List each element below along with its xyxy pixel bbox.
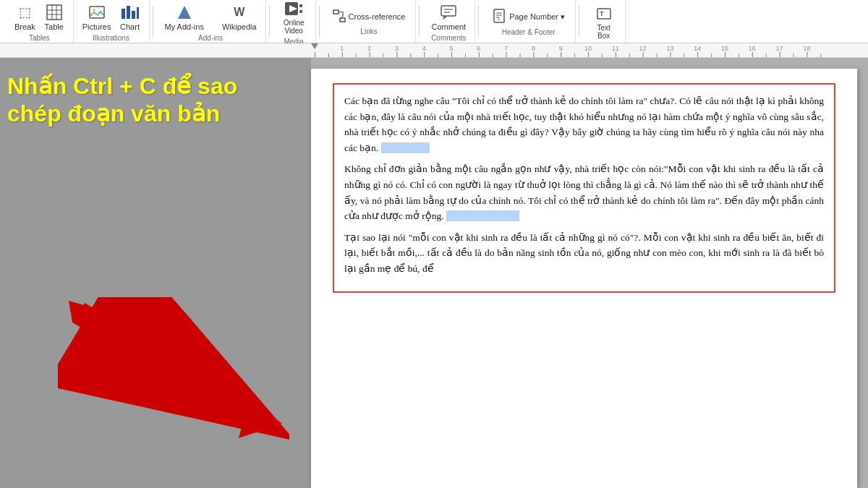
tables-label: Tables xyxy=(29,34,50,42)
svg-point-6 xyxy=(93,9,95,12)
svg-rect-16 xyxy=(333,10,339,14)
svg-rect-8 xyxy=(127,6,130,19)
ruler xyxy=(0,43,868,58)
links-label: Links xyxy=(360,27,377,35)
svg-marker-11 xyxy=(178,6,191,19)
sep6 xyxy=(478,6,479,37)
headerfooter-label: Header & Footer xyxy=(502,28,556,36)
comment-icon xyxy=(438,2,459,22)
pictures-icon xyxy=(87,2,107,22)
document-page[interactable]: Các bạn đã từng nghe câu "Tôi chỉ có thể… xyxy=(311,69,857,488)
selected-text-2 xyxy=(446,210,519,221)
annotation-text: Nhấn Ctrl + C để sao chép đoạn văn bản xyxy=(7,72,237,128)
svg-rect-15 xyxy=(299,10,302,13)
sep7 xyxy=(579,6,579,37)
pagenumber-icon: # xyxy=(492,9,506,25)
sep3 xyxy=(269,6,270,37)
paragraph-1: Các bạn đã từng nghe câu "Tôi chỉ có thể… xyxy=(344,93,824,155)
ribbon-group-addins: My Add-ins W Wikipedia Add-ins xyxy=(156,0,266,43)
svg-rect-7 xyxy=(122,9,125,19)
selected-text-1 xyxy=(381,142,430,153)
ribbon-group-links: Cross-reference Links xyxy=(323,0,417,43)
onlinevideo-icon xyxy=(284,0,304,19)
wikipedia-icon: W xyxy=(229,2,250,22)
ribbon-group-comments: Comment Comments xyxy=(422,0,475,43)
myadd-icon xyxy=(174,2,195,22)
svg-rect-0 xyxy=(47,5,61,20)
pagenumber-button[interactable]: # Page Number ▾ xyxy=(488,7,569,27)
comment-button[interactable]: Comment xyxy=(428,1,469,33)
red-arrow xyxy=(58,297,289,445)
svg-marker-31 xyxy=(69,301,268,427)
svg-text:T: T xyxy=(600,10,604,17)
svg-rect-5 xyxy=(90,7,104,18)
ribbon-group-tables: ⬚ Break Table Tables xyxy=(6,0,74,43)
paragraph-3: Tại sao lại nói "mỗi con vật khi sinh ra… xyxy=(344,230,824,277)
svg-rect-14 xyxy=(299,4,302,7)
svg-rect-18 xyxy=(441,6,456,16)
break-icon: ⬚ xyxy=(14,2,35,22)
crossref-button[interactable]: Cross-reference xyxy=(328,7,410,26)
comments-label: Comments xyxy=(431,34,466,42)
svg-rect-10 xyxy=(137,7,139,19)
chart-icon xyxy=(120,2,140,22)
table-button[interactable]: Table xyxy=(41,1,67,33)
textbox-button[interactable]: T TextBox xyxy=(591,2,617,41)
addins-label: Add-ins xyxy=(198,34,223,42)
textbox-icon: T xyxy=(594,4,614,24)
illustrations-label: Illustrations xyxy=(93,34,129,42)
svg-rect-9 xyxy=(132,11,135,19)
myadd-button[interactable]: My Add-ins xyxy=(162,1,207,33)
sep1 xyxy=(153,6,153,37)
sep5 xyxy=(419,6,420,37)
table-icon xyxy=(44,2,64,22)
text-content-box[interactable]: Các bạn đã từng nghe câu "Tôi chỉ có thể… xyxy=(333,83,835,293)
svg-text:#: # xyxy=(498,17,501,22)
main-area: Nhấn Ctrl + C để sao chép đoạn văn bản xyxy=(0,58,868,488)
left-sidebar: Nhấn Ctrl + C để sao chép đoạn văn bản xyxy=(0,58,311,488)
chart-button[interactable]: Chart xyxy=(117,1,143,33)
ribbon-group-textbox: T TextBox xyxy=(582,0,626,43)
crossref-icon xyxy=(333,9,346,24)
paragraph-2: Không chỉ đơn giản bằng một câu ngắn gọn… xyxy=(344,161,824,223)
ribbon-group-headerfooter: # Page Number ▾ Header & Footer xyxy=(482,0,576,43)
ribbon: ⬚ Break Table Tables xyxy=(0,0,868,43)
pictures-button[interactable]: Pictures xyxy=(80,1,114,33)
wikipedia-button[interactable]: W Wikipedia xyxy=(219,1,260,33)
ribbon-group-illustrations: Pictures Chart Illustrations xyxy=(74,0,150,43)
ribbon-group-media: OnlineVideo Media xyxy=(273,0,316,43)
break-button[interactable]: ⬚ Break xyxy=(12,1,38,33)
onlinevideo-button[interactable]: OnlineVideo xyxy=(281,0,307,36)
sep4 xyxy=(319,6,320,37)
